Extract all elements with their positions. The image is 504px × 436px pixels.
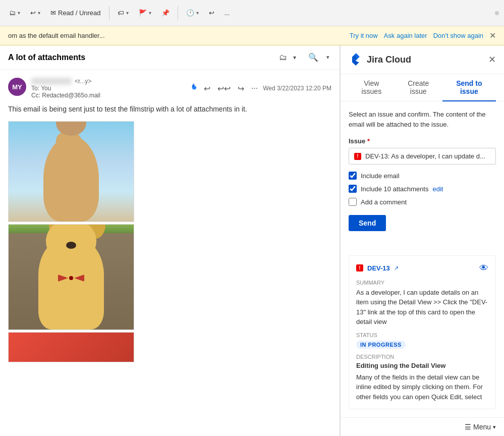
add-comment-row: Add a comment: [349, 198, 496, 206]
email-meta-right: ↩ ↩↩ ↪ ··· Wed 3/22/2023 12:20 PM: [190, 82, 331, 95]
read-unread-button[interactable]: ✉ Read / Unread: [46, 7, 105, 19]
email-meta-detail: <r...y> To: You Cc: Redacted@365o.mail: [31, 78, 331, 99]
sender-row: <r...y> To: You Cc: Redacted@365o.mail: [31, 78, 331, 99]
undo-button[interactable]: ↩: [205, 7, 218, 19]
more-button[interactable]: ...: [220, 7, 234, 19]
send-description: Select an issue and confirm. The content…: [349, 110, 496, 129]
tab-view-issues[interactable]: View issues: [349, 74, 395, 101]
issue-card: ! DEV-13 ↗ 👁 Summary As a developer, I c…: [349, 255, 496, 410]
email-to: To: You: [31, 85, 186, 92]
send-to-issue-panel: Select an issue and confirm. The content…: [341, 101, 504, 255]
status-badge: IN PROGRESS: [356, 341, 406, 349]
clock-button[interactable]: 🕐 ▾: [182, 7, 203, 19]
add-comment-label: Add a comment: [361, 198, 407, 206]
email-header-actions: 🗂 ▾: [277, 51, 298, 64]
include-attachments-checkbox[interactable]: [349, 185, 357, 193]
tab-send-to-issue[interactable]: Send to issue: [442, 74, 496, 101]
folder-button[interactable]: 🗂 ▾: [5, 7, 24, 19]
notification-close-button[interactable]: ✕: [489, 31, 496, 40]
flag-button[interactable]: 🚩 ▾: [135, 7, 155, 19]
email-more-button[interactable]: ···: [249, 82, 260, 95]
menu-button[interactable]: ☰ Menu ▾: [465, 423, 496, 431]
pin-icon: 📌: [161, 9, 170, 17]
jira-footer: ☰ Menu ▾: [341, 417, 504, 436]
reply-email-button[interactable]: ↩: [202, 82, 212, 95]
issue-type-icon: !: [354, 153, 361, 160]
include-attachments-row: Include 10 attachments edit: [349, 185, 496, 193]
issue-card-external-link[interactable]: ↗: [394, 265, 399, 271]
attachment-filmstrip: [8, 121, 331, 362]
issue-field-label: Issue *: [349, 137, 496, 145]
tag-button[interactable]: 🏷 ▾: [114, 7, 133, 19]
main-area: A lot of attachments 🗂 ▾ 🔍 ▾ MY <r...y>: [0, 45, 504, 436]
issue-label-text: Issue: [349, 137, 365, 145]
avatar: MY: [8, 78, 26, 96]
reply-icon: ↩: [30, 9, 36, 17]
issue-card-id[interactable]: DEV-13: [367, 264, 390, 272]
summary-field-value: As a developer, I can update details on …: [356, 288, 488, 327]
toolbar: 🗂 ▾ ↩ ▾ ✉ Read / Unread 🏷 ▾ 🚩 ▾ 📌 🕐 ▾ ↩ …: [0, 0, 504, 26]
sender-name: [31, 78, 72, 85]
jira-sidebar: Jira Cloud ✕ View issues Create issue Se…: [340, 45, 504, 436]
ask-again-later-link[interactable]: Ask again later: [384, 32, 427, 39]
email-pane: A lot of attachments 🗂 ▾ 🔍 ▾ MY <r...y>: [0, 45, 340, 436]
description-field-label: Description: [356, 354, 488, 360]
email-date: Wed 3/22/2023 12:20 PM: [263, 85, 331, 92]
add-comment-checkbox[interactable]: [349, 198, 357, 206]
jira-cloud-icon[interactable]: [190, 83, 199, 94]
sender-email: <r...y>: [75, 78, 91, 85]
attachment-3: [8, 332, 134, 362]
include-email-row: Include email: [349, 172, 496, 180]
attachment-1: [8, 121, 134, 222]
tag-icon: 🏷: [118, 9, 124, 17]
jira-tabs: View issues Create issue Send to issue: [341, 74, 504, 101]
attachment-2: [8, 224, 134, 330]
try-it-now-link[interactable]: Try it now: [350, 32, 378, 39]
move-to-folder-button[interactable]: 🗂: [277, 51, 289, 64]
jira-logo-icon: [349, 52, 363, 67]
description-text: Many of the fields in the detail view ca…: [356, 372, 488, 402]
jira-title: Jira Cloud: [367, 54, 411, 65]
flag-icon: 🚩: [139, 9, 147, 17]
subject-more-button[interactable]: ▾: [291, 52, 298, 63]
reply-button[interactable]: ↩ ▾: [26, 7, 44, 19]
jira-logo: Jira Cloud: [349, 52, 488, 67]
zoom-button[interactable]: 🔍: [306, 50, 320, 64]
clock-icon: 🕐: [186, 9, 194, 17]
reply-all-email-button[interactable]: ↩↩: [215, 82, 233, 95]
menu-hamburger-icon: ☰: [465, 423, 471, 431]
email-content: MY <r...y> To: You Cc: Redacted@365o.mai…: [0, 70, 340, 436]
issue-card-header: ! DEV-13 ↗ 👁: [356, 263, 488, 274]
include-attachments-label: Include 10 attachments: [361, 185, 428, 193]
description-heading: Editing using the Detail View: [356, 362, 488, 369]
jira-close-button[interactable]: ✕: [488, 54, 496, 65]
required-indicator: *: [367, 137, 370, 145]
folder-icon: 🗂: [9, 9, 16, 17]
forward-email-button[interactable]: ↪: [236, 82, 246, 95]
issue-card-watch-icon[interactable]: 👁: [479, 263, 488, 274]
issue-select-dropdown[interactable]: ! DEV-13: As a developer, I can update d…: [349, 148, 496, 165]
resize-handle: [495, 11, 499, 15]
dont-show-again-link[interactable]: Don't show again: [433, 32, 483, 39]
zoom-chevron-button[interactable]: ▾: [324, 52, 331, 63]
toolbar-separator-2: [178, 6, 178, 20]
pin-button[interactable]: 📌: [157, 7, 174, 19]
tab-create-issue[interactable]: Create issue: [395, 74, 442, 101]
read-unread-label: Read / Unread: [58, 9, 101, 17]
include-email-checkbox[interactable]: [349, 172, 357, 180]
summary-field-label: Summary: [356, 280, 488, 286]
reply-chevron-icon: ▾: [38, 10, 40, 16]
undo-icon: ↩: [209, 9, 214, 17]
edit-attachments-link[interactable]: edit: [432, 185, 443, 193]
email-meta-row: MY <r...y> To: You Cc: Redacted@365o.mai…: [8, 78, 331, 99]
email-cc: Cc: Redacted@365o.mail: [31, 92, 100, 99]
status-badge-wrapper: IN PROGRESS: [356, 340, 488, 349]
issue-select-value: DEV-13: As a developer, I can update d..…: [365, 152, 490, 160]
issue-card-type-icon: !: [356, 264, 363, 271]
tag-chevron-icon: ▾: [126, 10, 129, 16]
menu-label: Menu: [473, 423, 491, 431]
menu-chevron-icon: ▾: [493, 424, 496, 430]
clock-chevron-icon: ▾: [196, 10, 199, 16]
include-email-label: Include email: [361, 172, 400, 180]
send-button[interactable]: Send: [349, 215, 386, 231]
